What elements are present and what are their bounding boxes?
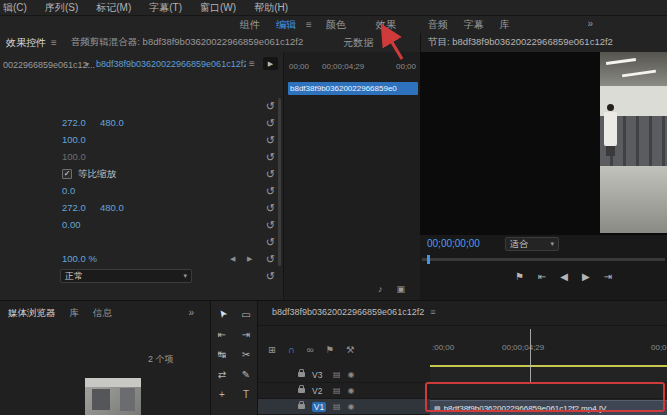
lane-v3[interactable] [430,367,667,383]
menu-item-0[interactable]: 辑(C) [3,1,27,15]
media-browser-tab-2[interactable]: 信息 [93,307,112,320]
play-icon[interactable]: ▶ [582,271,590,282]
workspace-tab-5[interactable]: 字幕 [464,18,484,32]
property-value[interactable]: 480.0 [100,202,124,213]
panel-menu-icon[interactable]: ≡ [249,58,255,69]
property-value[interactable]: 272.0 [62,117,86,128]
property-value[interactable]: 100.0 [62,134,86,145]
slip-tool-icon[interactable]: ⇄ [216,368,228,380]
tab-program-monitor[interactable]: 节目: b8df38f9b03620022966859e061c12f2 [428,36,613,49]
timeline-tab[interactable]: b8df38f9b03620022966859e061c12f2 ≡ [272,307,435,317]
step-back-icon[interactable]: ◀ [560,271,568,282]
type-tool-icon[interactable]: T [240,388,252,400]
track-output-icon[interactable]: ◉ [348,402,355,411]
rate-stretch-tool-icon[interactable]: ↹ [216,348,228,360]
reset-parameter-icon[interactable]: ↺ [266,99,275,114]
go-to-in-icon[interactable]: ⇤ [538,271,546,282]
toggle-effects-icon[interactable]: ▣ [396,284,405,294]
razor-tool-icon[interactable]: ✂ [240,348,252,360]
reset-parameter-icon[interactable]: ↺ [266,235,275,250]
track-output-icon[interactable]: ◉ [348,370,355,379]
program-timecode[interactable]: 00;00;00;00 [427,238,480,249]
track-select-forward-tool-icon[interactable]: ▭ [240,308,252,320]
snap-icon[interactable]: ∩ [288,344,295,355]
next-keyframe-icon[interactable]: ▶ [247,255,252,263]
tab-audio-clip-mixer[interactable]: 音频剪辑混合器: b8df38f9b03620022966859e061c12f… [71,36,303,49]
track-lanes[interactable]: ▤ b8df38f9b03620022966859e061c12f2.mp4 [… [430,367,667,415]
reset-parameter-icon[interactable]: ↺ [266,150,275,165]
uniform-scale-checkbox[interactable]: ✓ [62,169,72,179]
media-thumbnail[interactable] [85,378,141,415]
blend-mode-select[interactable]: 正常▾ [60,269,192,283]
scrub-playhead[interactable] [427,255,430,264]
menu-item-1[interactable]: 序列(S) [45,1,78,15]
lock-icon[interactable] [298,372,305,377]
workspace-tab-4[interactable]: 音频 [428,18,448,32]
selected-clip-name[interactable]: b8df38f9b03620022966859e061c12f2 [96,59,246,69]
effect-clip-bar[interactable]: b8df38f9b03620022966859e0 [288,82,418,95]
reset-parameter-icon[interactable]: ↺ [266,218,275,233]
ripple-edit-tool-icon[interactable]: ⇤ [216,328,228,340]
track-header-v2[interactable]: V2▤◉ [258,383,430,399]
program-scrub-bar[interactable] [420,255,667,264]
property-value[interactable]: 272.0 [62,202,86,213]
reset-parameter-icon[interactable]: ↺ [266,116,275,131]
workspace-tab-3[interactable]: 效果 [376,18,396,32]
panel-menu-icon[interactable]: ≡ [430,307,435,317]
panel-menu-icon[interactable]: ≡ [51,37,57,48]
add-marker-icon[interactable]: ⚑ [326,344,335,355]
lane-v2[interactable] [430,383,667,399]
reset-parameter-icon[interactable]: ↺ [266,133,275,148]
linked-selection-icon[interactable]: ∞ [307,344,314,355]
effect-mini-timeline[interactable]: 00;0000;00;04;2900;00 b8df38f9b036200229… [283,52,421,300]
step-forward-icon[interactable]: ⇥ [604,271,612,282]
pen-tool-icon[interactable]: ✎ [240,368,252,380]
play-audio-icon[interactable]: ♪ [378,284,383,294]
workspace-tab-1[interactable]: 编辑 [276,18,296,32]
property-value[interactable]: 100.0 % [62,253,97,264]
reset-parameter-icon[interactable]: ↺ [266,167,275,182]
menu-item-4[interactable]: 窗口(W) [200,1,236,15]
reset-parameter-icon[interactable]: ↺ [266,269,275,284]
property-value[interactable]: 480.0 [100,117,124,128]
reset-parameter-icon[interactable]: ↺ [266,201,275,216]
workspace-tab-0[interactable]: 组件 [240,18,260,32]
workspace-tab-2[interactable]: 颜色 [326,18,346,32]
lock-icon[interactable] [298,404,305,409]
tab-metadata[interactable]: 元数据 [343,36,373,50]
menu-item-5[interactable]: 帮助(H) [254,1,288,15]
zoom-level-select[interactable]: 适合 ▾ [505,237,559,251]
selection-tool-icon[interactable]: ➤ [214,306,231,323]
reset-parameter-icon[interactable]: ↺ [266,184,275,199]
lock-icon[interactable] [298,388,305,393]
timeline-ruler[interactable]: :00;0000;00;04;2900;0 [430,341,667,355]
property-value[interactable]: 0.00 [62,219,81,230]
media-browser-tab-0[interactable]: 媒体浏览器 [8,307,56,320]
program-video-area[interactable] [420,52,667,235]
menu-item-2[interactable]: 标记(M) [96,1,131,15]
prev-keyframe-icon[interactable]: ◀ [230,255,235,263]
timeline-settings-icon[interactable]: ⚒ [346,344,355,355]
reset-parameter-icon[interactable]: ↺ [266,252,275,267]
workspace-tab-6[interactable]: 库 [500,18,510,32]
property-value[interactable]: 0.0 [62,185,75,196]
track-output-icon[interactable]: ◉ [348,386,355,395]
track-header-v1[interactable]: V1▤◉ [258,399,430,415]
menu-item-3[interactable]: 字幕(T) [149,1,182,15]
media-browser-tab-1[interactable]: 库 [70,307,80,320]
track-header-v3[interactable]: V3▤◉ [258,367,430,383]
panel-menu-icon[interactable]: ≡ [306,19,312,30]
caret-down-icon[interactable]: ▾ [85,60,89,69]
sync-lock-icon[interactable]: ▤ [333,386,341,395]
overflow-chevrons-icon[interactable]: » [188,307,194,318]
sync-lock-icon[interactable]: ▤ [333,370,341,379]
timeline-playhead[interactable] [530,329,531,383]
add-marker-icon[interactable]: ⚑ [515,271,524,282]
insert-overwrite-icon[interactable]: ⊞ [268,344,276,355]
tab-effect-controls[interactable]: 效果控件 [6,36,46,50]
timeline-clip[interactable]: ▤ b8df38f9b03620022966859e061c12f2.mp4 [… [430,400,667,415]
sync-lock-icon[interactable]: ▤ [333,402,341,411]
toggle-timeline-view-button[interactable]: ▶ [263,57,278,70]
property-value[interactable]: 100.0 [62,151,86,162]
hand-tool-icon[interactable]: + [216,388,228,400]
